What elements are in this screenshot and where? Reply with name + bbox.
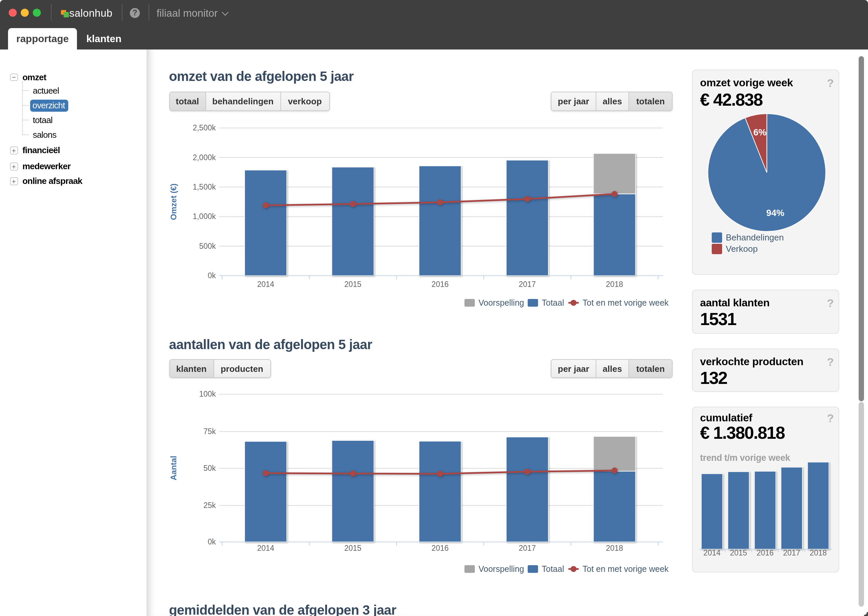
svg-text:2015: 2015 bbox=[730, 548, 747, 557]
svg-text:94%: 94% bbox=[766, 208, 784, 218]
svg-text:2016: 2016 bbox=[431, 544, 448, 552]
svg-text:Aantal: Aantal bbox=[169, 456, 178, 480]
svg-text:2017: 2017 bbox=[783, 548, 800, 557]
svg-text:Totaal: Totaal bbox=[542, 298, 564, 307]
svg-text:2018: 2018 bbox=[606, 544, 623, 552]
svg-text:2,000k: 2,000k bbox=[192, 153, 216, 162]
svg-text:Tot en met vorige week: Tot en met vorige week bbox=[582, 298, 669, 307]
svg-text:Omzet (€): Omzet (€) bbox=[169, 184, 178, 220]
svg-text:500k: 500k bbox=[199, 242, 216, 250]
svg-text:2015: 2015 bbox=[344, 544, 361, 552]
svg-text:Voorspelling: Voorspelling bbox=[478, 564, 524, 574]
svg-text:2014: 2014 bbox=[257, 544, 274, 552]
svg-text:2016: 2016 bbox=[756, 548, 773, 557]
svg-text:75k: 75k bbox=[203, 427, 216, 436]
svg-text:25k: 25k bbox=[203, 501, 216, 510]
svg-text:Behandelingen: Behandelingen bbox=[725, 233, 784, 242]
svg-text:2014: 2014 bbox=[703, 548, 720, 557]
svg-text:2017: 2017 bbox=[518, 544, 536, 552]
svg-text:2016: 2016 bbox=[431, 280, 448, 289]
svg-text:Verkoop: Verkoop bbox=[725, 244, 757, 254]
svg-text:Totaal: Totaal bbox=[542, 564, 564, 574]
svg-text:1,000k: 1,000k bbox=[192, 212, 216, 221]
svg-text:50k: 50k bbox=[203, 464, 216, 473]
svg-text:6%: 6% bbox=[753, 127, 766, 137]
svg-text:0k: 0k bbox=[208, 537, 216, 546]
svg-text:2,500k: 2,500k bbox=[192, 123, 216, 132]
svg-text:0k: 0k bbox=[208, 271, 216, 280]
svg-text:Voorspelling: Voorspelling bbox=[478, 298, 524, 307]
svg-text:2017: 2017 bbox=[518, 280, 536, 289]
svg-text:2015: 2015 bbox=[344, 280, 361, 289]
svg-text:2018: 2018 bbox=[606, 280, 623, 289]
svg-text:2018: 2018 bbox=[810, 548, 827, 557]
svg-text:Tot en met vorige week: Tot en met vorige week bbox=[582, 564, 669, 574]
svg-text:100k: 100k bbox=[199, 390, 216, 398]
svg-text:1,500k: 1,500k bbox=[192, 182, 216, 191]
svg-text:2014: 2014 bbox=[257, 280, 274, 289]
